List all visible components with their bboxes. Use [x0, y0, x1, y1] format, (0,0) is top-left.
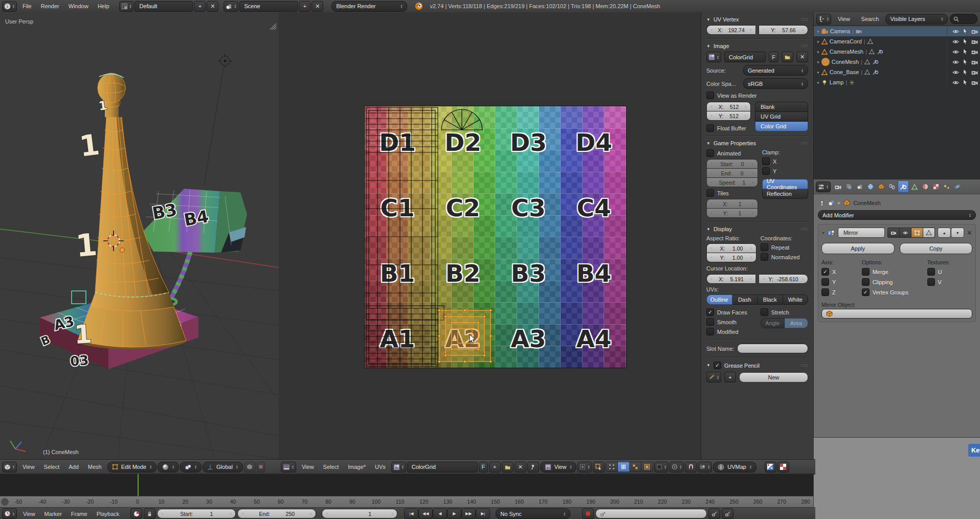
- uv-map-select[interactable]: UVMap▲▼: [713, 462, 756, 472]
- colorgrid-image[interactable]: D1D2D3D4C1C2C3C4B1B2B3B4A1A2A3A4: [365, 106, 626, 368]
- properties-tab-object[interactable]: [876, 181, 886, 192]
- uv-select-mode-edge[interactable]: [618, 462, 630, 472]
- generated-type-blank[interactable]: Blank: [755, 102, 808, 112]
- object-name[interactable]: ConeMesh: [832, 59, 859, 65]
- menu-select[interactable]: Select: [39, 464, 64, 470]
- hide-toggle[interactable]: [952, 59, 959, 65]
- prev-keyframe-button[interactable]: ◀◀: [418, 508, 433, 519]
- generated-type-color-grid[interactable]: Color Grid: [755, 122, 808, 131]
- tiles-x-field[interactable]: ‹X:1›: [706, 199, 758, 209]
- snap-target-chip[interactable]: ▲▼: [698, 462, 712, 472]
- uv-fake-user-button[interactable]: F: [479, 462, 488, 472]
- outliner-item-cameracord[interactable]: ●CameraCord|: [814, 36, 980, 47]
- selectable-toggle[interactable]: [963, 38, 968, 44]
- repeat-image-toggle[interactable]: [777, 462, 789, 472]
- disclosure-icon[interactable]: ●: [817, 60, 819, 64]
- render-toggle[interactable]: [971, 49, 978, 55]
- view-as-render-checkbox[interactable]: [706, 92, 714, 99]
- modifier-editmode-toggle[interactable]: [911, 228, 923, 238]
- menu-add[interactable]: Add: [64, 464, 83, 470]
- texture-u-checkbox[interactable]: [927, 268, 935, 276]
- menu-frame[interactable]: Frame: [66, 511, 92, 517]
- selectable-toggle[interactable]: [963, 79, 968, 85]
- properties-tab-physics[interactable]: [952, 181, 963, 192]
- data-icon[interactable]: [864, 70, 870, 75]
- cursor-y-field[interactable]: ‹Y:-258.610›: [759, 274, 808, 284]
- clamp-x-checkbox[interactable]: [762, 157, 770, 165]
- panel-grip-icon[interactable]: ∷∷: [801, 43, 808, 49]
- disclosure-icon[interactable]: ●: [817, 29, 819, 34]
- delete-screen-button[interactable]: ✕: [207, 1, 218, 12]
- current-frame-field[interactable]: ‹1›: [322, 509, 397, 518]
- render-toggle[interactable]: [971, 70, 978, 75]
- pivot-select[interactable]: ▲▼: [180, 462, 202, 472]
- delete-scene-button[interactable]: ✕: [311, 1, 323, 12]
- anim-end-field[interactable]: ‹End:0›: [706, 169, 758, 178]
- menu-render[interactable]: Render: [36, 3, 64, 9]
- slot-name-input[interactable]: [737, 344, 808, 353]
- animated-checkbox[interactable]: [706, 149, 714, 157]
- panel-header-image[interactable]: ▼Image∷∷: [706, 43, 808, 49]
- anim-speed-field[interactable]: ‹Speed:1›: [706, 178, 758, 187]
- grease-pencil-checkbox[interactable]: ✓: [714, 362, 721, 369]
- hide-toggle[interactable]: [952, 39, 959, 44]
- insert-keyframe-button[interactable]: [708, 508, 720, 519]
- menu-window[interactable]: Window: [64, 3, 93, 9]
- frame-start-field[interactable]: ‹Start:1›: [157, 509, 236, 518]
- option-merge-checkbox[interactable]: [862, 268, 870, 276]
- uv-select-mode-island[interactable]: [641, 462, 653, 472]
- axis-z-checkbox[interactable]: [821, 288, 829, 296]
- menu-marker[interactable]: Marker: [40, 511, 66, 517]
- selectable-toggle[interactable]: [963, 69, 968, 75]
- screen-layout-name[interactable]: Default: [135, 1, 193, 12]
- uv-overlay[interactable]: [365, 106, 626, 368]
- tiles-y-field[interactable]: ‹Y:1›: [706, 209, 758, 218]
- option-clipping-checkbox[interactable]: [862, 278, 870, 286]
- hide-toggle[interactable]: [952, 49, 959, 55]
- editor-type-outliner-chip[interactable]: ▲▼: [816, 14, 831, 25]
- render-toggle[interactable]: [971, 80, 978, 85]
- disclosure-icon[interactable]: ●: [817, 80, 819, 85]
- draw-faces-checkbox[interactable]: ✓: [706, 308, 714, 316]
- uv-vertex-y-field[interactable]: ‹Y:57.66›: [759, 25, 808, 35]
- selectable-toggle[interactable]: [963, 59, 968, 65]
- timeline-ruler[interactable]: -50-40-30-20-100102030405060708090100110…: [0, 496, 813, 508]
- disclosure-icon[interactable]: ●: [817, 70, 819, 75]
- uv-unlink-image-button[interactable]: ✕: [515, 462, 526, 472]
- properties-tab-constraints[interactable]: [887, 181, 897, 192]
- play-button[interactable]: ▶: [447, 508, 461, 519]
- frame-end-field[interactable]: ‹End:250›: [237, 509, 316, 518]
- panel-header-uv-vertex[interactable]: ▼UV Vertex∷∷: [706, 16, 808, 22]
- orientation-select[interactable]: Global▲▼: [203, 462, 243, 472]
- uv-mode-outline[interactable]: Outline: [706, 295, 732, 305]
- hide-toggle[interactable]: [952, 80, 959, 85]
- timeline-canvas[interactable]: [0, 473, 813, 497]
- colorspace-select[interactable]: sRGB▲▼: [743, 78, 808, 89]
- disclosure-icon[interactable]: ●: [817, 39, 819, 44]
- modifier-name-field[interactable]: Mirror: [838, 228, 885, 238]
- menu-view[interactable]: View: [18, 511, 40, 517]
- panel-grip-icon[interactable]: ∷∷: [801, 17, 808, 22]
- data-icon[interactable]: [869, 49, 875, 54]
- float-buffer-checkbox[interactable]: [706, 124, 714, 132]
- normalized-coords-toggle[interactable]: [765, 462, 776, 472]
- panel-header-game-properties[interactable]: ▼Game Properties∷∷: [706, 140, 808, 146]
- jump-to-start-button[interactable]: |◀: [404, 508, 418, 519]
- outliner-filter-select[interactable]: Visible Layers▲▼: [885, 14, 948, 25]
- outliner-menu-search[interactable]: Search: [857, 16, 884, 22]
- hide-toggle[interactable]: [952, 29, 959, 34]
- hide-toggle[interactable]: [952, 70, 959, 75]
- uv-pin-button[interactable]: [527, 462, 539, 472]
- manipulator-toggle[interactable]: [244, 462, 256, 472]
- properties-tab-world[interactable]: [865, 181, 876, 192]
- modifier-cage-toggle[interactable]: [923, 228, 935, 238]
- jump-to-end-button[interactable]: ▶|: [476, 508, 490, 519]
- object-name[interactable]: CameraMesh: [830, 49, 863, 55]
- outliner-search-input[interactable]: [950, 14, 977, 24]
- menu-file[interactable]: File: [18, 3, 36, 9]
- properties-tab-scene[interactable]: [855, 181, 865, 192]
- object-name[interactable]: CameraCord: [830, 38, 862, 44]
- properties-tab-material[interactable]: [920, 181, 930, 192]
- image-height-field[interactable]: ‹Y:512›: [706, 111, 751, 121]
- breadcrumb-object-name[interactable]: ConeMesh: [853, 200, 880, 206]
